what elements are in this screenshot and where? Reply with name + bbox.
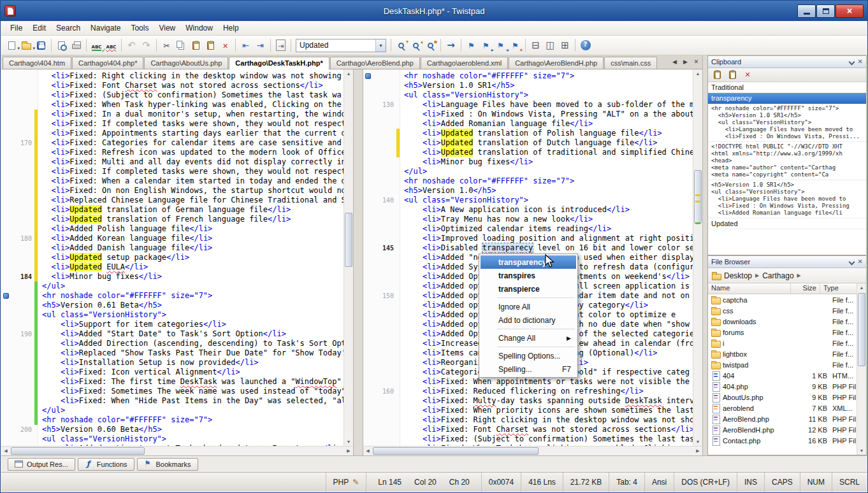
file-row[interactable]: 404.php9 KBPHP Fil... <box>708 381 857 392</box>
close-icon[interactable]: ✕ <box>858 59 863 65</box>
editor-tab[interactable]: Carthago\AeroBlend.php <box>330 57 420 69</box>
scroll-tabs-left-button[interactable]: ◀ <box>670 57 679 66</box>
pin-icon[interactable] <box>848 259 855 265</box>
help-button[interactable] <box>578 38 593 53</box>
column-name[interactable]: Name <box>708 283 791 294</box>
menu-item-tools[interactable]: Tools <box>126 22 154 34</box>
editor-tab[interactable]: Carthago\404.php* <box>72 57 143 69</box>
menu-item-search[interactable]: Search <box>51 22 85 34</box>
file-row[interactable]: forumsFile f... <box>708 327 857 338</box>
code-area[interactable]: <li>Fixed: Right clicking in the desktop… <box>38 69 344 446</box>
clear-clipboard-button[interactable]: ✕ <box>742 69 753 81</box>
editor-tab[interactable]: css\main.css <box>604 57 657 69</box>
editor-tab[interactable]: Carthago\404.htm <box>3 57 71 69</box>
status-encoding[interactable]: Ansi <box>644 473 674 492</box>
column-type[interactable]: Type <box>820 283 857 294</box>
outdent-button[interactable] <box>238 38 253 53</box>
context-menu-item-spelling-options[interactable]: Spelling Options... <box>481 349 576 362</box>
spell-suggestion[interactable]: transpierce <box>481 282 576 296</box>
scroll-tabs-right-button[interactable]: ▶ <box>681 57 690 66</box>
editor-splitter[interactable] <box>353 69 363 455</box>
new-file-button[interactable] <box>4 38 19 53</box>
open-file-button[interactable] <box>19 38 34 53</box>
status-flag-num[interactable]: NUM <box>800 473 832 492</box>
clipboard-item[interactable]: <h5>Version 1.0 SR1</h5><ul class="Versi… <box>708 180 866 218</box>
file-row[interactable]: iFile f... <box>708 338 857 348</box>
bookmark-next-button[interactable] <box>479 38 493 53</box>
file-row[interactable]: captchaFile f... <box>708 294 857 305</box>
goto-line-button[interactable] <box>273 38 288 53</box>
file-row[interactable]: cssFile f... <box>708 305 857 316</box>
bottom-tab-output-res[interactable]: Output Res... <box>8 458 75 471</box>
paste-special-button[interactable] <box>203 38 218 53</box>
find-next-button[interactable] <box>394 38 409 53</box>
menu-item-edit[interactable]: Edit <box>27 22 51 34</box>
jump-to-button[interactable] <box>444 38 458 53</box>
editor-tab[interactable]: Carthago\AeroBlendH.php <box>509 57 604 69</box>
close-button[interactable]: × <box>835 4 864 18</box>
status-flag-caps[interactable]: CAPS <box>764 473 800 492</box>
scroll-up-arrow[interactable]: ▲ <box>344 69 353 78</box>
arrange-windows-button[interactable] <box>558 38 572 53</box>
sidebar-splitter[interactable] <box>702 55 707 455</box>
vertical-scrollbar[interactable]: ▲ ▼ <box>344 69 353 446</box>
editor-tab[interactable]: Carthago\AboutUs.php <box>144 57 228 69</box>
search-input[interactable] <box>296 41 375 50</box>
file-row[interactable]: aeroblend7 KBXML... <box>708 403 857 413</box>
clipboard-item[interactable]: transparency <box>708 93 866 104</box>
scroll-left-arrow[interactable]: ◀ <box>363 447 372 455</box>
find-previous-button[interactable] <box>409 38 423 53</box>
file-row[interactable]: Contact.php16 KBPHP Fil... <box>708 435 857 446</box>
bookmark-icon[interactable] <box>3 293 9 299</box>
scroll-left-arrow[interactable]: ◀ <box>1 447 10 455</box>
redo-button[interactable] <box>139 38 154 53</box>
scrollbar-thumb[interactable] <box>345 213 352 267</box>
clipboard-item[interactable]: Traditional <box>708 82 866 93</box>
bookmark-icon[interactable] <box>365 73 371 79</box>
status-tab-size[interactable]: Tab: 4 <box>609 473 644 492</box>
context-menu-item-add-to-dictionary[interactable]: Add to dictionary <box>481 313 576 327</box>
file-row[interactable]: AboutUs.php9 KBPHP Fil... <box>708 392 857 403</box>
status-flag-ins[interactable]: INS <box>737 473 764 492</box>
spell-suggestion[interactable]: transpires <box>481 269 576 282</box>
paste-button[interactable] <box>711 69 723 81</box>
menu-item-window[interactable]: Window <box>180 22 218 34</box>
pin-icon[interactable] <box>848 59 855 65</box>
file-list-header[interactable]: Name Size Type <box>708 283 857 294</box>
print-preview-button[interactable] <box>54 38 69 53</box>
clipboard-item[interactable]: Updated <box>708 218 866 229</box>
bookmark-toggle-button[interactable] <box>464 38 479 53</box>
status-line-ending[interactable]: DOS (CR+LF) <box>674 473 737 492</box>
spell-suggestion[interactable]: transparency <box>481 255 576 269</box>
bookmark-previous-button[interactable] <box>493 38 508 53</box>
delete-button[interactable] <box>218 38 233 53</box>
file-row[interactable]: 4041 KBHTM... <box>708 370 857 381</box>
editor-tab[interactable]: Carthago\aeroblend.xml <box>421 57 508 69</box>
spell-check-button[interactable] <box>89 38 104 53</box>
breadcrumb-carthago[interactable]: Carthago <box>762 271 793 280</box>
context-menu-item-spelling[interactable]: Spelling...F7 <box>481 362 576 376</box>
status-language[interactable]: PHP ✎ <box>326 473 366 492</box>
breadcrumb-desktop[interactable]: Desktop <box>724 271 752 280</box>
print-button[interactable] <box>69 38 83 53</box>
scroll-down-arrow[interactable]: ▼ <box>693 438 702 446</box>
status-flag-scrl[interactable]: SCRL <box>832 473 867 492</box>
file-row[interactable]: lightboxFile f... <box>708 348 857 359</box>
scroll-up-arrow[interactable]: ▲ <box>857 283 866 292</box>
file-row[interactable]: AeroBlend.php11 KBPHP Fil... <box>708 413 857 424</box>
scrollbar-thumb[interactable] <box>373 447 539 455</box>
vertical-scrollbar[interactable]: ▲ ▼ <box>693 69 702 446</box>
find-in-files-button[interactable] <box>423 38 438 53</box>
indent-button[interactable] <box>253 38 268 53</box>
menu-item-navigate[interactable]: Navigate <box>85 22 126 34</box>
paste-all-button[interactable] <box>727 69 738 81</box>
editor-tab[interactable]: Carthago\DeskTaskH.php* <box>229 57 329 69</box>
split-vertical-button[interactable] <box>543 38 558 53</box>
copy-button[interactable] <box>174 38 189 53</box>
bottom-tab-functions[interactable]: Functions <box>78 458 134 471</box>
title-bar[interactable]: DeskTaskH.php* - Twistpad × <box>1 1 867 21</box>
bottom-tab-bookmarks[interactable]: Bookmarks <box>137 458 198 471</box>
maximize-button[interactable] <box>816 4 835 18</box>
clipboard-item[interactable]: <!DOCTYPE html PUBLIC "-//W3C//DTD XHT<h… <box>708 142 866 180</box>
menu-item-help[interactable]: Help <box>218 22 244 34</box>
